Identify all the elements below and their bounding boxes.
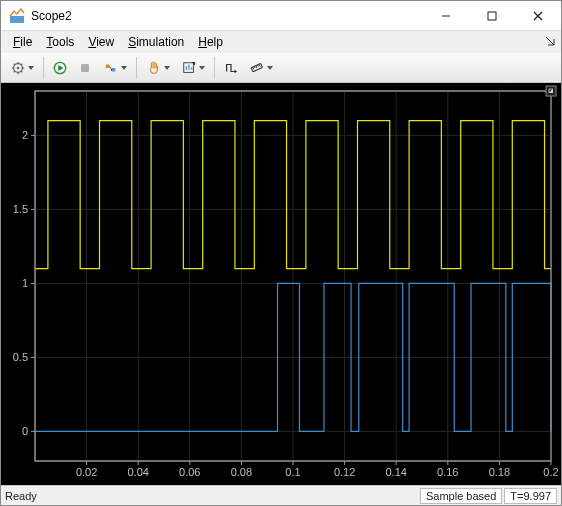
window-title: Scope2 bbox=[31, 9, 423, 23]
step-button[interactable] bbox=[98, 56, 132, 80]
pan-button[interactable] bbox=[141, 56, 175, 80]
svg-text:0.16: 0.16 bbox=[437, 466, 458, 478]
svg-rect-2 bbox=[488, 12, 496, 20]
menubar: File Tools View Simulation Help bbox=[1, 31, 561, 53]
separator bbox=[136, 57, 137, 79]
titlebar[interactable]: Scope2 bbox=[1, 1, 561, 31]
svg-text:0.02: 0.02 bbox=[76, 466, 97, 478]
svg-rect-17 bbox=[81, 64, 89, 72]
separator bbox=[214, 57, 215, 79]
plot-canvas: 0.020.040.060.080.10.120.140.160.180.200… bbox=[1, 83, 561, 485]
configure-button[interactable] bbox=[5, 56, 39, 80]
svg-marker-16 bbox=[58, 65, 63, 71]
run-button[interactable] bbox=[48, 56, 72, 80]
svg-text:1.5: 1.5 bbox=[13, 203, 28, 215]
svg-text:2: 2 bbox=[22, 129, 28, 141]
menu-file[interactable]: File bbox=[7, 33, 38, 51]
svg-text:0.2: 0.2 bbox=[543, 466, 558, 478]
svg-line-12 bbox=[21, 71, 22, 72]
menu-simulation[interactable]: Simulation bbox=[122, 33, 190, 51]
measurements-button[interactable] bbox=[244, 56, 278, 80]
svg-line-25 bbox=[252, 67, 253, 69]
statusbar: Ready Sample based T=9.997 bbox=[1, 485, 561, 505]
svg-text:0.18: 0.18 bbox=[489, 466, 510, 478]
svg-text:0: 0 bbox=[22, 425, 28, 437]
app-icon bbox=[9, 8, 25, 24]
status-mode: Sample based bbox=[420, 488, 502, 504]
svg-line-29 bbox=[259, 64, 260, 66]
svg-line-27 bbox=[255, 66, 256, 68]
svg-line-11 bbox=[13, 64, 14, 65]
svg-point-6 bbox=[16, 67, 19, 70]
scope-window: Scope2 File Tools View Simulation Help bbox=[0, 0, 562, 506]
maximize-axes-icon[interactable] bbox=[545, 85, 557, 100]
svg-text:0.08: 0.08 bbox=[231, 466, 252, 478]
svg-line-14 bbox=[21, 64, 22, 65]
minimize-button[interactable] bbox=[423, 1, 469, 31]
maximize-button[interactable] bbox=[469, 1, 515, 31]
status-time: T=9.997 bbox=[504, 488, 557, 504]
scope-plot[interactable]: 0.020.040.060.080.10.120.140.160.180.200… bbox=[1, 83, 561, 485]
dock-icon[interactable] bbox=[545, 35, 555, 49]
svg-text:0.04: 0.04 bbox=[127, 466, 148, 478]
svg-text:1: 1 bbox=[22, 277, 28, 289]
status-ready: Ready bbox=[5, 490, 37, 502]
triggers-button[interactable] bbox=[219, 56, 243, 80]
svg-text:0.06: 0.06 bbox=[179, 466, 200, 478]
menu-tools[interactable]: Tools bbox=[40, 33, 80, 51]
close-button[interactable] bbox=[515, 1, 561, 31]
svg-text:0.1: 0.1 bbox=[285, 466, 300, 478]
zoom-axes-button[interactable] bbox=[176, 56, 210, 80]
menu-help[interactable]: Help bbox=[192, 33, 229, 51]
svg-rect-18 bbox=[105, 65, 109, 69]
svg-marker-23 bbox=[235, 70, 238, 74]
svg-text:0.12: 0.12 bbox=[334, 466, 355, 478]
svg-text:0.5: 0.5 bbox=[13, 351, 28, 363]
toolbar bbox=[1, 53, 561, 83]
stop-button[interactable] bbox=[73, 56, 97, 80]
separator bbox=[43, 57, 44, 79]
svg-text:0.14: 0.14 bbox=[385, 466, 406, 478]
svg-line-13 bbox=[13, 71, 14, 72]
svg-rect-0 bbox=[10, 16, 24, 23]
menu-view[interactable]: View bbox=[82, 33, 120, 51]
